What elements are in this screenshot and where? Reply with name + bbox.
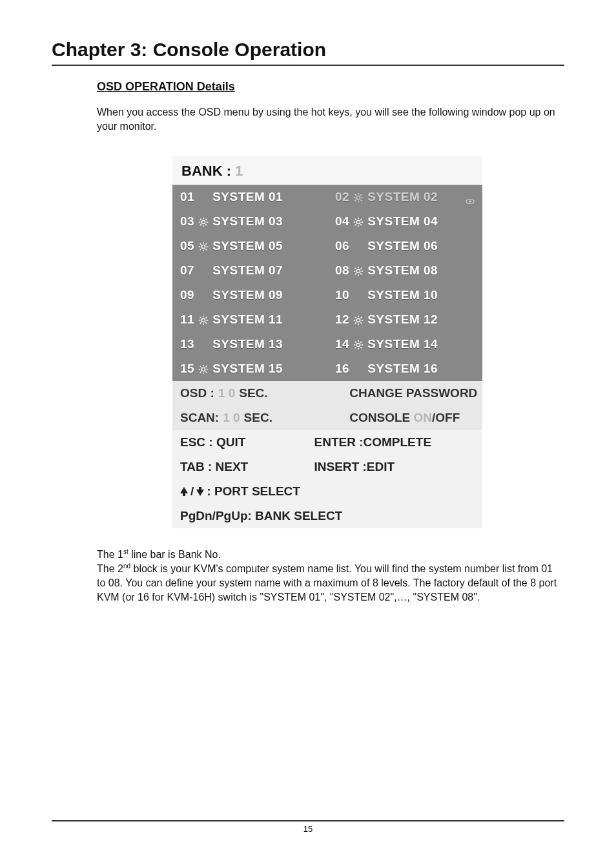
system-row: 05SYSTEM 0506SYSTEM 06 xyxy=(172,234,482,258)
scan-prefix: SCAN: xyxy=(180,411,219,425)
icon-spacer xyxy=(198,265,209,276)
system-name: SYSTEM 15 xyxy=(212,362,320,376)
system-row: 11SYSTEM 1112SYSTEM 12 xyxy=(172,307,482,332)
page-number: 15 xyxy=(52,824,564,834)
system-id: 16 xyxy=(335,362,349,376)
system-name: SYSTEM 05 xyxy=(212,239,320,253)
svg-line-37 xyxy=(205,243,207,245)
svg-line-34 xyxy=(200,243,201,245)
svg-line-26 xyxy=(360,225,362,226)
p1-post: line bar is Bank No. xyxy=(128,550,221,561)
icon-spacer xyxy=(353,241,364,251)
system-name: SYSTEM 04 xyxy=(367,214,475,229)
system-row: 13SYSTEM 1314SYSTEM 14 xyxy=(172,332,482,356)
help-esc: ESC : QUIT xyxy=(180,435,304,449)
system-id: 06 xyxy=(335,239,349,253)
svg-line-61 xyxy=(355,317,356,318)
svg-point-74 xyxy=(201,368,205,371)
arrow-down-icon xyxy=(196,487,204,496)
sun-icon xyxy=(353,216,364,227)
svg-line-46 xyxy=(360,268,362,269)
console-on: ON xyxy=(413,411,432,424)
system-id: 15 xyxy=(180,362,194,376)
scan-digit-0: 0 xyxy=(233,411,240,424)
scan-suffix: SEC. xyxy=(244,411,272,425)
svg-line-36 xyxy=(200,249,201,251)
p1-sup: st xyxy=(123,548,128,555)
bank-number: 1 xyxy=(235,163,243,180)
help-port-select: / : PORT SELECT xyxy=(172,479,482,504)
scan-digit-1: 1 xyxy=(223,411,230,424)
footer-divider xyxy=(52,820,564,821)
sun-icon xyxy=(353,265,364,276)
body-line-2: The 2nd block is your KVM's computer sys… xyxy=(97,562,558,604)
svg-line-16 xyxy=(200,219,201,220)
system-name: SYSTEM 08 xyxy=(367,263,475,278)
svg-marker-83 xyxy=(180,487,188,496)
svg-line-62 xyxy=(360,323,362,324)
help-row-1: ESC : QUIT ENTER :COMPLETE xyxy=(172,430,482,455)
sun-icon xyxy=(353,315,364,325)
system-id: 13 xyxy=(180,337,194,351)
svg-line-27 xyxy=(355,225,356,226)
system-id: 04 xyxy=(335,214,349,229)
system-id: 10 xyxy=(335,288,349,302)
system-id: 05 xyxy=(180,239,194,253)
svg-point-38 xyxy=(356,270,360,273)
svg-line-19 xyxy=(205,219,207,220)
console-toggle: CONSOLE ON/OFF xyxy=(349,411,475,425)
system-name: SYSTEM 10 xyxy=(367,288,475,302)
system-name: SYSTEM 09 xyxy=(212,288,320,302)
sun-icon xyxy=(198,364,209,374)
svg-point-20 xyxy=(356,221,360,224)
system-id: 09 xyxy=(180,288,194,302)
svg-line-53 xyxy=(205,323,207,324)
help-insert: INSERT :EDIT xyxy=(314,460,475,474)
system-item: 15SYSTEM 15 xyxy=(172,356,327,381)
body-line-1: The 1st line bar is Bank No. xyxy=(97,548,558,562)
svg-line-80 xyxy=(205,372,207,373)
p1-pre: The 1 xyxy=(97,550,123,561)
system-item: 14SYSTEM 14 xyxy=(327,332,482,356)
console-off: /OFF xyxy=(432,411,460,424)
system-row: 01SYSTEM 0102SYSTEM 02 xyxy=(172,185,482,209)
p2-post: block is your KVM's computer system name… xyxy=(97,563,557,602)
system-id: 07 xyxy=(180,263,194,278)
help-tab: TAB : NEXT xyxy=(180,460,304,474)
system-item: 07SYSTEM 07 xyxy=(172,258,327,283)
osd-digit-0: 0 xyxy=(229,386,236,400)
console-prefix: CONSOLE xyxy=(349,411,410,424)
svg-line-79 xyxy=(200,366,201,367)
svg-line-54 xyxy=(200,323,201,324)
sun-icon xyxy=(198,216,209,227)
svg-point-65 xyxy=(356,344,360,347)
system-item: 02SYSTEM 02 xyxy=(327,185,482,209)
svg-marker-84 xyxy=(196,487,204,496)
system-row: 03SYSTEM 0304SYSTEM 04 xyxy=(172,209,482,234)
page: Chapter 3: Console Operation OSD OPERATI… xyxy=(0,0,616,857)
sun-icon xyxy=(198,241,209,251)
system-item: 01SYSTEM 01 xyxy=(172,185,327,209)
svg-line-44 xyxy=(360,274,362,275)
svg-line-52 xyxy=(200,317,201,318)
system-name: SYSTEM 02 xyxy=(367,190,462,204)
svg-line-81 xyxy=(200,372,201,373)
osd-suffix: SEC. xyxy=(239,386,267,400)
svg-point-47 xyxy=(201,319,205,322)
system-item: 08SYSTEM 08 xyxy=(327,258,482,283)
svg-line-8 xyxy=(360,194,362,196)
port-select-label: : PORT SELECT xyxy=(207,484,300,499)
section-heading: OSD OPERATION Details xyxy=(97,80,558,94)
settings-block: OSD : 1 0 SEC. CHANGE PASSWORD SCAN: 1 0… xyxy=(172,381,482,430)
settings-row-1: OSD : 1 0 SEC. CHANGE PASSWORD xyxy=(172,381,482,406)
svg-line-73 xyxy=(360,342,362,343)
svg-line-17 xyxy=(205,225,207,226)
slash: / xyxy=(190,484,194,499)
svg-line-55 xyxy=(205,317,207,318)
icon-spacer xyxy=(353,364,364,374)
system-name: SYSTEM 06 xyxy=(367,239,475,253)
system-id: 01 xyxy=(180,190,194,204)
osd-screenshot-wrapper: BANK : 1 01SYSTEM 0102SYSTEM 0203SYSTEM … xyxy=(97,156,558,528)
system-row: 09SYSTEM 0910SYSTEM 10 xyxy=(172,283,482,307)
help-bank-select: PgDn/PgUp: BANK SELECT xyxy=(172,504,482,528)
